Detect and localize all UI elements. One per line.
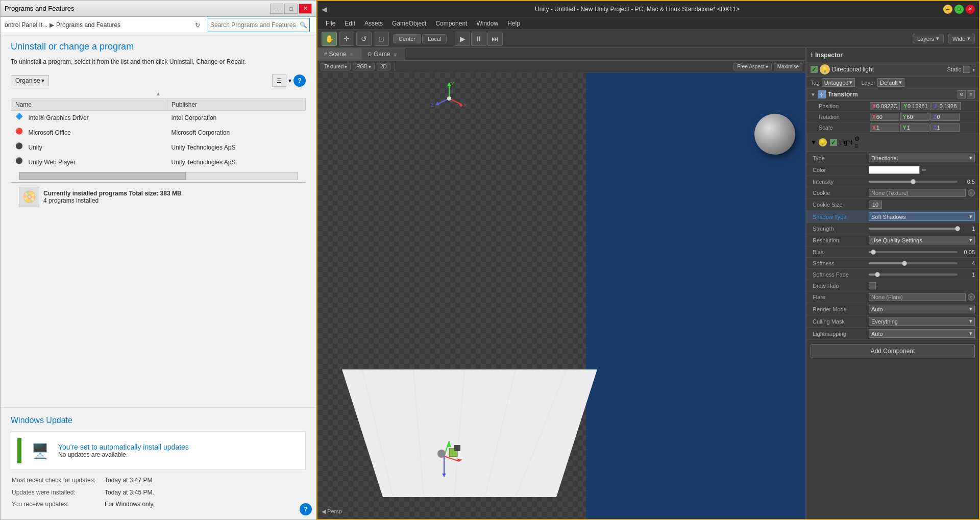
- table-row[interactable]: 🔴 Microsoft Office Microsoft Corporation: [11, 126, 306, 140]
- scene-tab-close[interactable]: ≡: [349, 51, 355, 57]
- game-tab-close[interactable]: ≡: [393, 51, 399, 57]
- bottom-help-button[interactable]: ?: [300, 503, 312, 515]
- light-component-header[interactable]: ▼ 💡 ✓ Light ⚙ ≡: [806, 133, 979, 152]
- softness-thumb[interactable]: [902, 261, 907, 266]
- maximize-button[interactable]: Maximise: [774, 63, 802, 70]
- left-window-title: Programs and Features: [5, 5, 75, 12]
- menu-edit[interactable]: Edit: [340, 19, 359, 28]
- menu-file[interactable]: File: [322, 19, 339, 28]
- move-tool-button[interactable]: ✛: [339, 32, 354, 46]
- scale-tool-button[interactable]: ⊡: [374, 32, 389, 46]
- shadow-type-dropdown[interactable]: Soft Shadows ▾: [869, 212, 975, 221]
- render-mode-dropdown[interactable]: Auto ▾: [869, 305, 975, 313]
- unity-minimize-button[interactable]: ─: [943, 5, 952, 14]
- tab-game[interactable]: © Game ≡: [361, 48, 405, 60]
- close-button[interactable]: ✕: [299, 4, 312, 14]
- layers-dropdown[interactable]: Layers ▾: [913, 34, 944, 43]
- horizontal-scrollbar[interactable]: [19, 172, 298, 180]
- lightmapping-dropdown[interactable]: Auto ▾: [869, 329, 975, 338]
- layout-dropdown[interactable]: Wide ▾: [948, 34, 975, 43]
- organise-button[interactable]: Organise ▾: [11, 75, 49, 86]
- unity-maximize-button[interactable]: □: [954, 5, 964, 14]
- unity-back-button[interactable]: ◀: [322, 5, 327, 13]
- rotation-y-field[interactable]: Y 60: [900, 113, 930, 121]
- menu-assets[interactable]: Assets: [360, 19, 387, 28]
- light-menu-button[interactable]: ≡: [854, 142, 860, 150]
- strength-slider[interactable]: 1: [869, 226, 975, 232]
- menu-window[interactable]: Window: [472, 19, 502, 28]
- view-list-button[interactable]: ☰: [272, 75, 286, 87]
- game-sphere: [754, 114, 795, 155]
- color-swatch[interactable]: [869, 166, 920, 174]
- position-value: X 0.0922C Y 0.15981 Z -0.1928: [870, 102, 975, 110]
- table-row[interactable]: ⚫ Unity Unity Technologies ApS: [11, 140, 306, 155]
- transform-settings-button[interactable]: ⚙: [958, 90, 966, 98]
- maximize-button[interactable]: □: [284, 4, 298, 14]
- object-enabled-checkbox[interactable]: ✓: [811, 66, 818, 73]
- light-settings-button[interactable]: ⚙: [854, 135, 860, 142]
- tag-dropdown[interactable]: Untagged ▾: [822, 78, 855, 87]
- softness-fade-thumb[interactable]: [875, 272, 880, 277]
- intensity-thumb[interactable]: [911, 179, 916, 184]
- local-button[interactable]: Local: [422, 34, 447, 43]
- bias-thumb[interactable]: [871, 250, 876, 255]
- flare-pick-button[interactable]: ○: [968, 293, 975, 301]
- light-enabled-checkbox[interactable]: ✓: [830, 139, 837, 146]
- 2d-mode-button[interactable]: 2D: [377, 63, 390, 70]
- pencil-icon[interactable]: ✏: [922, 167, 926, 174]
- cookie-pick-button[interactable]: ○: [968, 189, 975, 196]
- rotation-z-field[interactable]: Z 0: [930, 113, 960, 121]
- intensity-slider[interactable]: 0.5: [869, 179, 975, 185]
- culling-mask-dropdown[interactable]: Everything ▾: [869, 317, 975, 326]
- layer-dropdown[interactable]: Default ▾: [877, 78, 904, 87]
- minimize-button[interactable]: ─: [270, 4, 283, 14]
- culling-mask-row: Culling Mask Everything ▾: [806, 315, 979, 328]
- static-arrow-icon[interactable]: ▾: [972, 67, 975, 72]
- scale-z-field[interactable]: Z 1: [930, 123, 960, 132]
- transform-menu-button[interactable]: ≡: [967, 90, 975, 98]
- draw-halo-checkbox[interactable]: [869, 282, 876, 289]
- strength-thumb[interactable]: [955, 226, 960, 231]
- play-button[interactable]: ▶: [455, 32, 470, 46]
- position-x-field[interactable]: X 0.0922C: [870, 102, 900, 110]
- hand-tool-button[interactable]: ✋: [322, 32, 337, 46]
- menu-gameobject[interactable]: GameObject: [388, 19, 430, 28]
- scale-x-field[interactable]: X 1: [870, 123, 899, 132]
- refresh-button[interactable]: ↻: [191, 19, 204, 31]
- help-button[interactable]: ?: [293, 75, 306, 87]
- scale-y-field[interactable]: Y 1: [900, 123, 930, 132]
- rgb-channel-button[interactable]: RGB ▾: [353, 63, 375, 70]
- svg-text:Y: Y: [451, 81, 454, 86]
- flare-dropdown[interactable]: None (Flare): [869, 293, 966, 301]
- page-description: To uninstall a program, select it from t…: [11, 57, 306, 66]
- shading-mode-button[interactable]: Textured ▾: [321, 63, 351, 70]
- rotation-x-field[interactable]: X 60: [870, 113, 899, 121]
- search-input[interactable]: [210, 21, 300, 29]
- rotate-tool-button[interactable]: ↺: [356, 32, 372, 46]
- transform-component-header[interactable]: ▼ ⊹ Transform ⚙ ≡: [806, 88, 979, 101]
- menu-component[interactable]: Component: [431, 19, 471, 28]
- type-dropdown[interactable]: Directional ▾: [869, 154, 975, 162]
- softness-fade-slider[interactable]: 1: [869, 271, 975, 278]
- table-row[interactable]: 🔷 Intel® Graphics Driver Intel Corporati…: [11, 111, 306, 126]
- position-z-field[interactable]: Z -0.1928: [932, 102, 961, 110]
- table-row[interactable]: ⚫ Unity Web Player Unity Technologies Ap…: [11, 155, 306, 170]
- render-mode-value: Auto ▾: [869, 305, 975, 313]
- play-controls: ▶ ⏸ ⏭: [455, 32, 503, 46]
- pause-button[interactable]: ⏸: [471, 32, 486, 46]
- menu-help[interactable]: Help: [503, 19, 524, 28]
- aspect-button[interactable]: Free Aspect ▾: [733, 63, 771, 70]
- add-component-button[interactable]: Add Component: [811, 344, 975, 358]
- cookie-size-field[interactable]: 10: [869, 201, 882, 209]
- step-button[interactable]: ⏭: [487, 32, 503, 46]
- softness-slider[interactable]: 4: [869, 260, 975, 266]
- static-checkbox[interactable]: [963, 66, 970, 73]
- scrollbar-thumb: [19, 172, 186, 180]
- unity-close-button[interactable]: ✕: [966, 5, 975, 14]
- resolution-dropdown[interactable]: Use Quality Settings ▾: [869, 236, 975, 244]
- cookie-dropdown[interactable]: None (Texture): [869, 189, 966, 197]
- position-y-field[interactable]: Y 0.15981: [901, 102, 930, 110]
- bias-slider[interactable]: 0.05: [869, 249, 975, 255]
- tab-scene[interactable]: # Scene ≡: [317, 48, 361, 60]
- center-button[interactable]: Center: [393, 34, 421, 43]
